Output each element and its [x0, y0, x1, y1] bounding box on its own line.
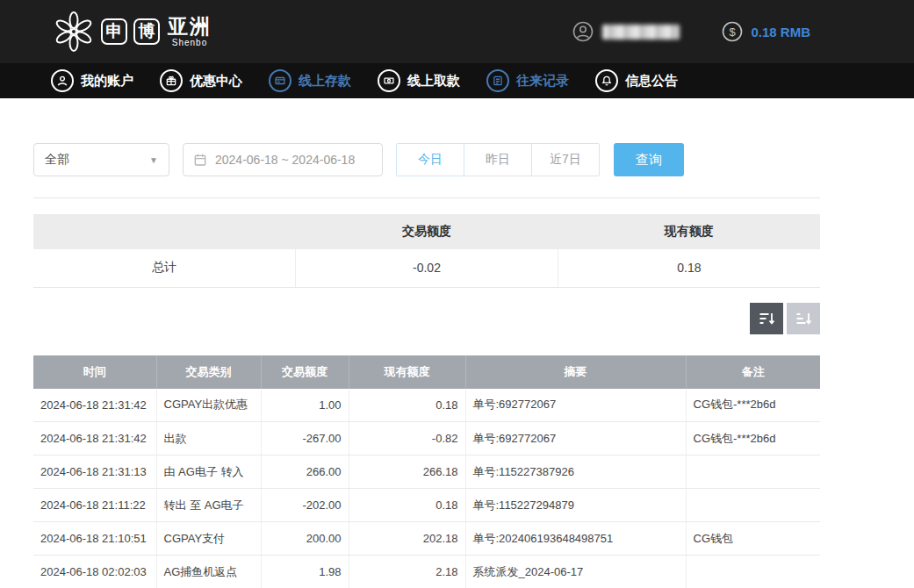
cell-summary: 单号:692772067	[465, 422, 686, 455]
cell-type: 转出 至 AG电子	[156, 489, 261, 522]
nav-label: 信息公告	[625, 73, 678, 90]
main-nav: 我的账户 优惠中心 线上存款 线上取款 往来记录	[0, 63, 914, 98]
user-name-blurred	[602, 25, 680, 39]
summary-current-amount: 0.18	[558, 249, 820, 287]
logo-region-text: 亚洲	[168, 16, 212, 37]
yesterday-button[interactable]: 昨日	[464, 143, 532, 176]
cell-summary: 系统派发_2024-06-17	[465, 556, 686, 588]
date-range-value: 2024-06-18 ~ 2024-06-18	[215, 153, 355, 167]
summary-total-label: 总计	[33, 249, 296, 287]
nav-item-promotions[interactable]: 优惠中心	[160, 69, 242, 92]
header-time: 时间	[33, 355, 156, 389]
nav-item-online-deposit[interactable]: 线上存款	[269, 69, 351, 92]
header-summary: 摘要	[465, 355, 686, 389]
cell-note	[686, 556, 820, 588]
date-range-input[interactable]: 2024-06-18 ~ 2024-06-18	[183, 143, 383, 176]
cell-summary: 单号:202406193648498751	[465, 522, 686, 556]
coupon-icon	[160, 69, 183, 92]
table-row: 2024-06-18 21:31:42 CGPAY出款优惠 1.00 0.18 …	[33, 389, 820, 422]
user-icon	[51, 69, 74, 92]
header-right: $ 0.18 RMB	[572, 21, 810, 42]
cell-amount: 200.00	[261, 522, 349, 556]
cell-balance: 2.18	[349, 556, 465, 588]
user-icon	[572, 21, 594, 42]
chevron-down-icon: ▼	[149, 155, 158, 165]
cell-balance: 266.18	[349, 455, 465, 489]
summary-total-row: 总计 -0.02 0.18	[33, 249, 820, 287]
table-row: 2024-06-18 21:31:13 由 AG电子 转入 266.00 266…	[33, 455, 820, 489]
nav-label: 优惠中心	[190, 73, 242, 90]
cell-note	[686, 455, 820, 489]
calendar-icon	[193, 153, 207, 167]
table-row: 2024-06-18 21:31:42 出款 -267.00 -0.82 单号:…	[33, 422, 820, 455]
logo-region: 亚洲 Shenbo	[168, 16, 212, 47]
header-balance: 现有额度	[349, 355, 465, 389]
announcement-icon	[595, 69, 618, 92]
cell-type: CGPAY支付	[156, 522, 261, 556]
sort-controls	[33, 303, 820, 334]
cell-summary: 单号:115227294879	[465, 489, 686, 522]
flower-logo-icon	[53, 11, 95, 53]
cell-time: 2024-06-18 21:31:13	[33, 455, 156, 489]
header-note: 备注	[686, 355, 820, 389]
cell-balance: 0.18	[349, 389, 465, 422]
search-button[interactable]: 查询	[614, 143, 684, 176]
summary-header-row: 交易额度 现有额度	[33, 214, 820, 249]
cell-type: 由 AG电子 转入	[156, 455, 261, 489]
cell-note: CG钱包	[686, 522, 820, 556]
records-table: 时间 交易类别 交易额度 现有额度 摘要 备注 2024-06-18 21:31…	[33, 355, 820, 588]
summary-header-empty	[33, 214, 296, 249]
cell-amount: -202.00	[261, 489, 349, 522]
header-type: 交易类别	[156, 355, 261, 389]
cell-balance: 202.18	[349, 522, 465, 556]
cell-time: 2024-06-18 21:31:42	[33, 389, 156, 422]
cell-time: 2024-06-18 21:10:51	[33, 522, 156, 556]
today-button[interactable]: 今日	[396, 143, 464, 176]
cell-time: 2024-06-18 02:02:03	[33, 556, 156, 588]
sort-asc-button[interactable]	[787, 303, 820, 334]
quick-date-buttons: 今日 昨日 近7日	[396, 143, 600, 176]
cell-amount: 1.98	[261, 556, 349, 588]
nav-label: 线上取款	[407, 73, 460, 90]
summary-trade-amount: -0.02	[296, 249, 558, 287]
user-account-chip[interactable]	[572, 21, 680, 42]
transaction-type-select[interactable]: 全部 ▼	[33, 143, 169, 176]
top-header: 申 博 亚洲 Shenbo $ 0.18 RMB	[0, 0, 914, 63]
table-row: 2024-06-18 02:02:03 AG捕鱼机返点 1.98 2.18 系统…	[33, 556, 820, 588]
site-logo[interactable]: 申 博 亚洲 Shenbo	[53, 11, 212, 53]
cell-amount: 1.00	[261, 389, 349, 422]
type-select-value: 全部	[45, 152, 69, 168]
cell-balance: 0.18	[349, 489, 465, 522]
nav-label: 往来记录	[516, 73, 569, 90]
last-7-days-button[interactable]: 近7日	[531, 143, 600, 176]
cell-amount: 266.00	[261, 455, 349, 489]
summary-header-trade-amount: 交易额度	[296, 214, 558, 249]
logo-char-bo: 博	[133, 18, 160, 45]
records-icon	[486, 69, 509, 92]
cell-type: 出款	[156, 422, 261, 455]
nav-label: 线上存款	[299, 73, 351, 90]
withdraw-icon	[378, 69, 400, 92]
nav-item-transaction-records[interactable]: 往来记录	[486, 69, 569, 92]
logo-subtitle: Shenbo	[172, 38, 207, 47]
cell-amount: -267.00	[261, 422, 349, 455]
cell-summary: 单号:115227387926	[465, 455, 686, 489]
content-area: 全部 ▼ 2024-06-18 ~ 2024-06-18 今日 昨日 近7日 查…	[33, 143, 820, 588]
balance-chip: $ 0.18 RMB	[722, 21, 810, 42]
table-row: 2024-06-18 21:11:22 转出 至 AG电子 -202.00 0.…	[33, 489, 820, 522]
cell-type: CGPAY出款优惠	[156, 389, 261, 422]
cell-summary: 单号:692772067	[465, 389, 686, 422]
sort-asc-icon	[795, 310, 812, 327]
cell-type: AG捕鱼机返点	[156, 556, 261, 588]
nav-item-online-withdraw[interactable]: 线上取款	[378, 69, 460, 92]
sort-desc-button[interactable]	[750, 303, 783, 334]
sort-desc-icon	[758, 310, 775, 327]
filter-row: 全部 ▼ 2024-06-18 ~ 2024-06-18 今日 昨日 近7日 查…	[33, 143, 820, 176]
svg-text:$: $	[730, 25, 737, 39]
records-header-row: 时间 交易类别 交易额度 现有额度 摘要 备注	[33, 355, 820, 389]
header-amount: 交易额度	[261, 355, 349, 389]
nav-item-announcements[interactable]: 信息公告	[595, 69, 678, 92]
nav-item-my-account[interactable]: 我的账户	[51, 69, 133, 92]
nav-label: 我的账户	[81, 73, 133, 90]
cell-balance: -0.82	[349, 422, 465, 455]
